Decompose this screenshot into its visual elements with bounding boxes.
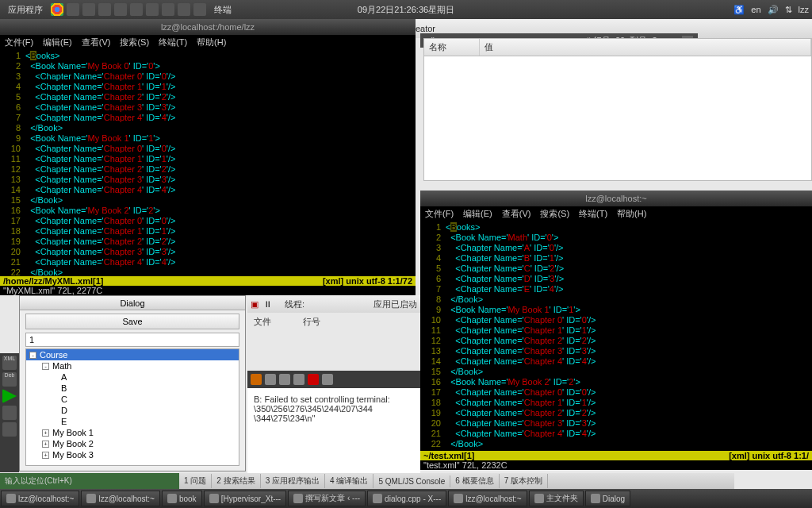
code-line: 13 <Chapter Name='Chapter 3' ID='3'/> bbox=[423, 346, 809, 356]
output-tab[interactable]: 4 编译输出 bbox=[325, 474, 373, 488]
code-line: 8 </Book> bbox=[423, 294, 809, 305]
tree-item[interactable]: -Course bbox=[26, 349, 239, 360]
language-indicator[interactable]: en bbox=[751, 5, 760, 14]
expand-icon[interactable]: + bbox=[42, 441, 49, 448]
menu-item[interactable]: 编辑(E) bbox=[463, 208, 492, 219]
terminal-launcher[interactable]: 终端 bbox=[214, 4, 232, 16]
code-line: 5 <Chapter Name='C' ID='2'/> bbox=[423, 264, 809, 274]
menu-item[interactable]: 文件(F) bbox=[425, 208, 454, 219]
code-line: 5 <Chapter Name='Chapter 2' ID='2'/> bbox=[3, 92, 412, 102]
output-tab[interactable]: 1 问题 bbox=[179, 474, 212, 488]
tree-item[interactable]: C bbox=[26, 394, 239, 405]
column-value[interactable]: 值 bbox=[480, 39, 811, 56]
output-tab[interactable]: 3 应用程序输出 bbox=[261, 474, 325, 488]
tray-icon[interactable] bbox=[178, 3, 190, 16]
column-name[interactable]: 名称 bbox=[424, 39, 480, 56]
tool-icon[interactable] bbox=[322, 374, 333, 385]
code-line: 10 <Chapter Name='Chapter 0' ID='0'/> bbox=[3, 144, 412, 154]
interrupt-icon[interactable]: ⏸ bbox=[263, 299, 272, 309]
menu-item[interactable]: 帮助(H) bbox=[197, 37, 226, 48]
menu-item[interactable]: 编辑(E) bbox=[43, 37, 72, 48]
tray-icon[interactable] bbox=[82, 3, 95, 16]
app-icon bbox=[534, 494, 544, 503]
chrome-icon[interactable] bbox=[51, 3, 63, 16]
network-icon[interactable]: ⇅ bbox=[785, 5, 792, 15]
dialog-text-input[interactable] bbox=[25, 333, 239, 347]
tool-icon[interactable] bbox=[293, 374, 304, 385]
code-line: 19 <Chapter Name='Chapter 2' ID='2'/> bbox=[3, 237, 412, 247]
locator-input[interactable]: 输入以定位(Ctrl+K) bbox=[0, 473, 179, 489]
expand-icon[interactable]: + bbox=[42, 452, 49, 459]
tree-item[interactable]: -Math bbox=[26, 360, 239, 371]
save-button[interactable]: Save bbox=[25, 314, 239, 329]
code-line: 21 <Chapter Name='Chapter 4' ID='4'/> bbox=[423, 429, 809, 439]
menu-item[interactable]: 查看(V) bbox=[502, 208, 531, 219]
menu-item[interactable]: 终端(T) bbox=[159, 37, 187, 48]
debug-toolbar bbox=[247, 371, 420, 388]
code-line: 17 <Chapter Name='Chapter 0' ID='0'/> bbox=[423, 387, 809, 398]
tray-icon[interactable] bbox=[98, 3, 111, 16]
taskbar-item[interactable]: Dialog bbox=[585, 491, 630, 506]
taskbar-item[interactable]: 主文件夹 bbox=[529, 491, 584, 506]
code-line: 3 <Chapter Name='A' ID='0'/> bbox=[423, 243, 809, 253]
output-tab[interactable]: 6 概要信息 bbox=[450, 474, 499, 488]
taskbar-item[interactable]: lzz@localhost:~ bbox=[1, 491, 79, 506]
debug-mode-icon[interactable]: Deb bbox=[2, 372, 17, 387]
menu-item[interactable]: 查看(V) bbox=[82, 37, 111, 48]
output-tab[interactable]: 2 搜索结果 bbox=[212, 474, 260, 488]
tray-icon[interactable] bbox=[67, 3, 79, 16]
terminal-vim-window-2[interactable]: lzz@localhost:~ 文件(F)编辑(E)查看(V)搜索(S)终端(T… bbox=[420, 190, 812, 470]
tool-icon[interactable] bbox=[308, 374, 319, 385]
menu-item[interactable]: 文件(F) bbox=[5, 37, 33, 48]
tool-icon[interactable] bbox=[251, 374, 262, 385]
tree-item[interactable]: +My Book 1 bbox=[26, 427, 239, 438]
tool-icon[interactable] bbox=[265, 374, 276, 385]
tray-icon[interactable] bbox=[130, 3, 143, 16]
volume-icon[interactable]: 🔊 bbox=[768, 5, 779, 15]
menu-item[interactable]: 搜索(S) bbox=[540, 208, 569, 219]
tray-icon[interactable] bbox=[193, 3, 206, 16]
applications-menu[interactable]: 应用程序 bbox=[3, 2, 48, 17]
tray-icon[interactable] bbox=[146, 3, 159, 16]
menu-item[interactable]: 帮助(H) bbox=[617, 208, 646, 219]
taskbar-item[interactable]: lzz@localhost:~ bbox=[81, 491, 159, 506]
qt-debug-panel: ▣ ⏸ 线程: 应用已启动 文件 行号 B: Failed to set con… bbox=[247, 295, 420, 481]
menu-item[interactable]: 终端(T) bbox=[579, 208, 607, 219]
accessibility-icon[interactable]: ♿ bbox=[733, 5, 745, 15]
tree-item[interactable]: B bbox=[26, 383, 239, 394]
stop-icon[interactable]: ▣ bbox=[251, 299, 259, 310]
code-line: 7 <Chapter Name='E' ID='4'/> bbox=[423, 284, 809, 294]
expand-icon[interactable]: + bbox=[42, 429, 49, 437]
taskbar-item[interactable]: 撰写新文章 ‹ --- bbox=[288, 491, 366, 506]
xml-mode-icon[interactable]: XML bbox=[2, 356, 17, 370]
tool-icon[interactable] bbox=[279, 374, 290, 385]
taskbar-item[interactable]: lzz@localhost:~ bbox=[448, 491, 527, 506]
tree-item[interactable]: E bbox=[26, 416, 239, 427]
tree-item[interactable]: A bbox=[26, 371, 239, 383]
tray-icon[interactable] bbox=[114, 3, 127, 16]
mode-icon[interactable] bbox=[2, 422, 17, 437]
xml-dialog[interactable]: Dialog Save -Course-MathABCDE+My Book 1+… bbox=[19, 295, 246, 471]
code-line: 16 <Book Name='My Book 2' ID='2'> bbox=[3, 206, 412, 216]
expand-icon[interactable]: - bbox=[42, 363, 49, 370]
taskbar-item[interactable]: [Hypervisor_Xt--- bbox=[204, 491, 287, 506]
tree-item[interactable]: +My Book 2 bbox=[26, 438, 239, 449]
user-menu[interactable]: lzz bbox=[799, 5, 809, 14]
menu-item[interactable]: 搜索(S) bbox=[120, 37, 149, 48]
taskbar-item[interactable]: book bbox=[162, 491, 202, 506]
mode-icon[interactable] bbox=[2, 406, 17, 420]
tree-label: Math bbox=[52, 361, 71, 371]
expand-icon[interactable]: - bbox=[29, 352, 36, 359]
tray-icon[interactable] bbox=[162, 3, 174, 16]
qt-mode-bar: XML Deb bbox=[0, 353, 19, 472]
code-line: 19 <Chapter Name='Chapter 2' ID='2'/> bbox=[423, 408, 809, 418]
tree-item[interactable]: D bbox=[26, 405, 239, 416]
output-tab[interactable]: 5 QML/JS Console bbox=[373, 475, 450, 487]
run-button[interactable] bbox=[2, 389, 17, 403]
tree-item[interactable]: +My Book 3 bbox=[26, 449, 239, 460]
output-tab[interactable]: 7 版本控制 bbox=[500, 474, 548, 488]
taskbar-item[interactable]: dialog.cpp - X--- bbox=[367, 491, 446, 506]
terminal-vim-window-1[interactable]: lzz@localhost:/home/lzz 文件(F)编辑(E)查看(V)搜… bbox=[0, 19, 416, 295]
clock[interactable]: 09月22日21:26:36星期日 bbox=[358, 4, 454, 16]
tree-label: A bbox=[61, 372, 67, 382]
